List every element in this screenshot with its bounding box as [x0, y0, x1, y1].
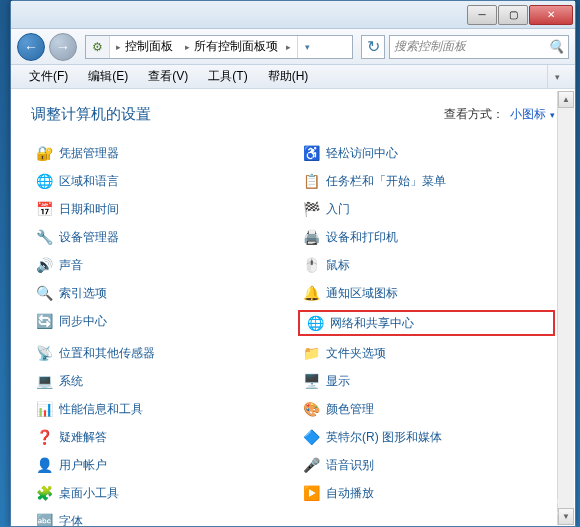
control-panel-item[interactable]: 🖨️设备和打印机 — [298, 226, 555, 248]
item-label: 设备和打印机 — [326, 229, 398, 246]
control-panel-item[interactable]: 🔍索引选项 — [31, 282, 288, 304]
item-icon: 📊 — [35, 400, 53, 418]
chevron-right-icon: ▸ — [185, 42, 190, 52]
control-panel-item[interactable]: 🖱️鼠标 — [298, 254, 555, 276]
item-icon: 🏁 — [302, 200, 320, 218]
arrow-right-icon: → — [56, 39, 70, 55]
navbar: ← → ⚙ ▸控制面板 ▸所有控制面板项▸ ▾ ↻ 搜索控制面板 🔍 — [11, 29, 575, 65]
breadcrumb[interactable]: ⚙ ▸控制面板 ▸所有控制面板项▸ ▾ — [85, 35, 353, 59]
item-icon: 🔊 — [35, 256, 53, 274]
item-icon: 🖥️ — [302, 372, 320, 390]
refresh-button[interactable]: ↻ — [361, 35, 385, 59]
control-panel-item[interactable]: 🎨颜色管理 — [298, 398, 555, 420]
control-panel-item[interactable]: 👤用户帐户 — [31, 454, 288, 476]
back-button[interactable]: ← — [17, 33, 45, 61]
item-icon: 🌐 — [35, 172, 53, 190]
item-label: 设备管理器 — [59, 229, 119, 246]
control-panel-item[interactable]: 📅日期和时间 — [31, 198, 288, 220]
item-label: 字体 — [59, 513, 83, 527]
menu-view[interactable]: 查看(V) — [138, 65, 198, 88]
breadcrumb-text: 控制面板 — [125, 38, 173, 55]
view-mode-dropdown[interactable]: 小图标▾ — [510, 106, 555, 123]
control-panel-item[interactable]: 🔔通知区域图标 — [298, 282, 555, 304]
menu-file[interactable]: 文件(F) — [19, 65, 78, 88]
control-panel-item[interactable]: 🔷英特尔(R) 图形和媒体 — [298, 426, 555, 448]
item-label: 颜色管理 — [326, 401, 374, 418]
close-button[interactable]: ✕ — [529, 5, 573, 25]
highlighted-item: 🌐网络和共享中心 — [298, 310, 555, 336]
item-icon: 🔍 — [35, 284, 53, 302]
control-panel-item[interactable]: 📁文件夹选项 — [298, 342, 555, 364]
maximize-button[interactable]: ▢ — [498, 5, 528, 25]
control-panel-item[interactable]: 🔤字体 — [31, 510, 288, 526]
menu-help[interactable]: 帮助(H) — [258, 65, 319, 88]
control-panel-item[interactable]: 📡位置和其他传感器 — [31, 342, 288, 364]
item-icon: 🔄 — [35, 312, 53, 330]
item-label: 网络和共享中心 — [330, 315, 414, 332]
breadcrumb-segment[interactable]: ▸所有控制面板项▸ — [179, 36, 297, 58]
item-icon: 📡 — [35, 344, 53, 362]
control-panel-item[interactable]: ▶️自动播放 — [298, 482, 555, 504]
breadcrumb-text: 所有控制面板项 — [194, 38, 278, 55]
page-title: 调整计算机的设置 — [31, 105, 151, 124]
item-label: 凭据管理器 — [59, 145, 119, 162]
menu-overflow[interactable]: ▾ — [547, 65, 567, 88]
breadcrumb-dropdown[interactable]: ▾ — [297, 36, 317, 58]
chevron-right-icon: ▸ — [116, 42, 121, 52]
control-panel-item[interactable]: ♿轻松访问中心 — [298, 142, 555, 164]
content-area: 调整计算机的设置 查看方式： 小图标▾ 🔐凭据管理器♿轻松访问中心🌐区域和语言📋… — [11, 89, 575, 526]
forward-button[interactable]: → — [49, 33, 77, 61]
item-label: 同步中心 — [59, 313, 107, 330]
view-mode-label: 查看方式： — [444, 106, 504, 123]
header-row: 调整计算机的设置 查看方式： 小图标▾ — [31, 105, 555, 124]
item-label: 位置和其他传感器 — [59, 345, 155, 362]
item-label: 区域和语言 — [59, 173, 119, 190]
view-mode-value: 小图标 — [510, 106, 546, 123]
scroll-down-icon[interactable]: ▼ — [558, 508, 574, 525]
scroll-up-icon[interactable]: ▲ — [558, 91, 574, 108]
item-icon: ♿ — [302, 144, 320, 162]
control-panel-item[interactable]: 🔄同步中心 — [31, 310, 288, 332]
minimize-button[interactable]: ─ — [467, 5, 497, 25]
item-label: 疑难解答 — [59, 429, 107, 446]
breadcrumb-segment[interactable]: ▸控制面板 — [110, 36, 179, 58]
search-placeholder: 搜索控制面板 — [394, 38, 466, 55]
control-panel-item[interactable]: 🏁入门 — [298, 198, 555, 220]
item-label: 显示 — [326, 373, 350, 390]
control-panel-item[interactable]: 🎤语音识别 — [298, 454, 555, 476]
control-panel-item[interactable]: ❓疑难解答 — [31, 426, 288, 448]
item-icon: 🖱️ — [302, 256, 320, 274]
item-icon: 🖨️ — [302, 228, 320, 246]
control-panel-item[interactable]: 🌐区域和语言 — [31, 170, 288, 192]
item-icon: 🌐 — [306, 314, 324, 332]
item-icon: 📁 — [302, 344, 320, 362]
item-label: 用户帐户 — [59, 457, 107, 474]
control-panel-item[interactable]: 💻系统 — [31, 370, 288, 392]
control-panel-item[interactable]: 🔊声音 — [31, 254, 288, 276]
control-panel-item[interactable]: 🖥️显示 — [298, 370, 555, 392]
item-label: 任务栏和「开始」菜单 — [326, 173, 446, 190]
window-buttons: ─ ▢ ✕ — [466, 5, 573, 25]
refresh-icon: ↻ — [367, 37, 380, 56]
control-panel-item[interactable]: 🌐网络和共享中心 — [304, 314, 549, 332]
control-panel-item[interactable]: 🧩桌面小工具 — [31, 482, 288, 504]
item-icon: ❓ — [35, 428, 53, 446]
search-input[interactable]: 搜索控制面板 🔍 — [389, 35, 569, 59]
item-icon: 🔔 — [302, 284, 320, 302]
item-label: 轻松访问中心 — [326, 145, 398, 162]
item-icon: 🔤 — [35, 512, 53, 526]
item-icon: ▶️ — [302, 484, 320, 502]
item-label: 英特尔(R) 图形和媒体 — [326, 429, 442, 446]
arrow-left-icon: ← — [24, 39, 38, 55]
menu-tools[interactable]: 工具(T) — [198, 65, 257, 88]
control-panel-item[interactable]: 📊性能信息和工具 — [31, 398, 288, 420]
chevron-right-icon: ▸ — [286, 42, 291, 52]
item-label: 系统 — [59, 373, 83, 390]
item-label: 日期和时间 — [59, 201, 119, 218]
control-panel-item[interactable]: 📋任务栏和「开始」菜单 — [298, 170, 555, 192]
control-panel-item[interactable]: 🔐凭据管理器 — [31, 142, 288, 164]
vertical-scrollbar[interactable]: ▲ ▼ — [557, 91, 574, 525]
item-label: 语音识别 — [326, 457, 374, 474]
control-panel-item[interactable]: 🔧设备管理器 — [31, 226, 288, 248]
menu-edit[interactable]: 编辑(E) — [78, 65, 138, 88]
